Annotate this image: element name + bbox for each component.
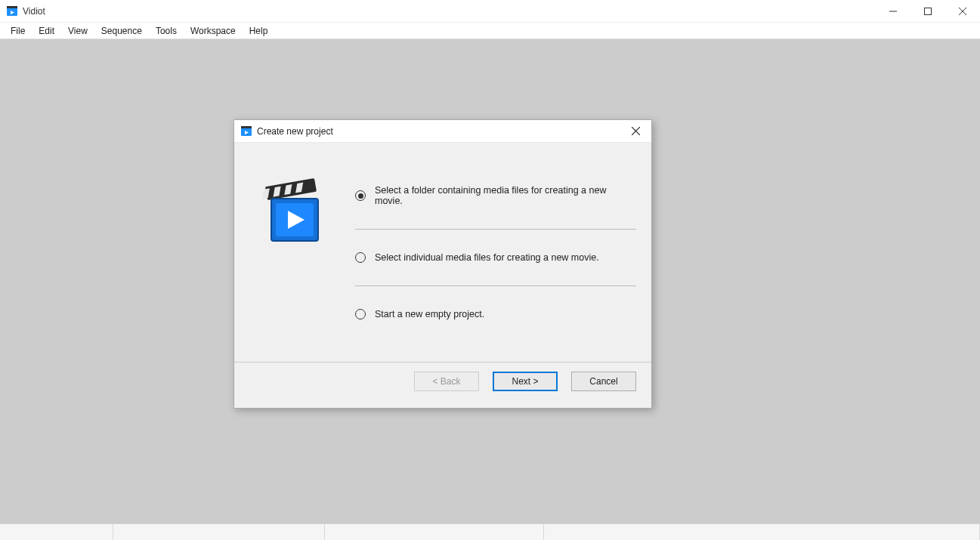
option-label: Start a new empty project. [375, 309, 484, 319]
status-cell [0, 524, 113, 540]
back-button: < Back [414, 372, 479, 391]
close-window-button[interactable] [945, 0, 980, 22]
option-label: Select individual media files for creati… [375, 252, 599, 263]
dialog-body: Select a folder containing media files f… [234, 143, 651, 362]
radio-unselected-icon [355, 252, 366, 263]
statusbar [0, 523, 980, 540]
menu-tools[interactable]: Tools [150, 24, 183, 38]
dialog-footer: < Back Next > Cancel [234, 362, 651, 400]
menu-help[interactable]: Help [243, 24, 274, 38]
create-project-dialog: Create new project [233, 119, 652, 409]
window-controls [876, 0, 980, 22]
option-label: Select a folder containing media files f… [375, 185, 636, 206]
radio-selected-icon [355, 190, 366, 201]
svg-rect-4 [925, 8, 932, 14]
status-cell [544, 524, 980, 540]
radio-unselected-icon [355, 309, 366, 319]
option-separator [355, 229, 636, 230]
dialog-illustration [249, 158, 340, 362]
menu-edit[interactable]: Edit [32, 24, 60, 38]
svg-rect-1 [7, 6, 17, 8]
status-cell [113, 524, 325, 540]
minimize-button[interactable] [876, 0, 910, 22]
workarea: 安下载 anxz.com Create new project [0, 39, 980, 523]
dialog-close-button[interactable] [620, 120, 651, 142]
dialog-icon [240, 125, 252, 137]
option-separator [355, 285, 636, 286]
dialog-titlebar: Create new project [234, 120, 651, 143]
option-select-files[interactable]: Select individual media files for creati… [355, 248, 636, 267]
close-icon [959, 8, 966, 15]
svg-rect-9 [241, 126, 252, 128]
option-select-folder[interactable]: Select a folder containing media files f… [355, 181, 636, 211]
close-icon [632, 127, 640, 135]
maximize-button[interactable] [910, 0, 945, 22]
menu-view[interactable]: View [62, 24, 94, 38]
menubar: File Edit View Sequence Tools Workspace … [0, 23, 980, 39]
menu-sequence[interactable]: Sequence [95, 24, 148, 38]
titlebar: Vidiot [0, 0, 980, 23]
status-cell [325, 524, 544, 540]
option-empty-project[interactable]: Start a new empty project. [355, 304, 636, 324]
cancel-button[interactable]: Cancel [571, 372, 636, 391]
dialog-title: Create new project [257, 126, 620, 137]
dialog-options: Select a folder containing media files f… [340, 158, 636, 362]
app-icon [6, 5, 18, 17]
menu-workspace[interactable]: Workspace [184, 24, 242, 38]
menu-file[interactable]: File [5, 24, 31, 38]
app-title: Vidiot [23, 6, 876, 17]
maximize-icon [924, 8, 932, 15]
minimize-icon [889, 8, 897, 15]
next-button[interactable]: Next > [493, 372, 558, 391]
clapper-play-icon [261, 173, 329, 248]
